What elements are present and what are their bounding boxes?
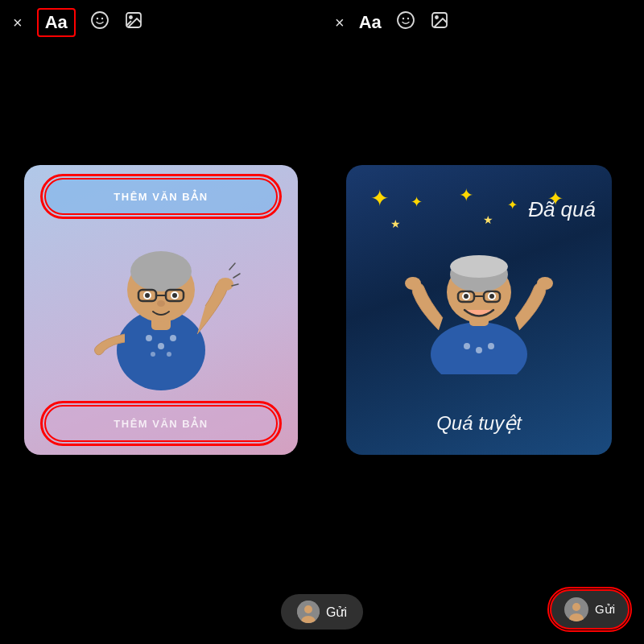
card-right-title: Đã quá — [528, 197, 596, 222]
svg-point-23 — [145, 293, 150, 298]
svg-point-4 — [130, 16, 132, 19]
send-label-right: Gửi — [595, 602, 615, 617]
svg-point-12 — [158, 343, 164, 349]
svg-point-18 — [130, 251, 192, 291]
svg-point-6 — [402, 18, 404, 19]
star-3: ✦ — [459, 185, 473, 206]
send-avatar-right — [564, 597, 588, 621]
svg-point-32 — [464, 343, 470, 349]
send-button-center[interactable]: Gửi — [281, 594, 363, 630]
close-button-left[interactable]: × — [13, 14, 23, 31]
emoji-icon-right[interactable] — [396, 10, 415, 34]
avatar-right — [398, 213, 559, 374]
svg-point-11 — [146, 335, 152, 341]
svg-point-46 — [405, 277, 421, 290]
text-style-button-left[interactable]: Aa — [37, 8, 76, 37]
svg-point-1 — [97, 18, 98, 19]
svg-point-45 — [489, 294, 494, 299]
close-button-right[interactable]: × — [335, 14, 345, 31]
image-icon-right[interactable] — [430, 10, 449, 34]
svg-point-14 — [151, 352, 155, 357]
svg-point-52 — [572, 603, 580, 611]
star-4: ✦ — [507, 197, 518, 213]
svg-point-13 — [170, 335, 176, 341]
add-text-label-top: THÊM VĂN BẢN — [114, 191, 208, 203]
send-button-right[interactable]: Gửi — [550, 589, 630, 630]
svg-point-27 — [217, 278, 233, 291]
svg-point-2 — [101, 18, 103, 19]
svg-point-38 — [450, 255, 508, 278]
svg-point-25 — [172, 293, 177, 298]
top-bar-right: × Aa — [322, 0, 644, 44]
star-1: ✦ — [370, 185, 389, 212]
svg-line-28 — [229, 263, 235, 270]
svg-point-7 — [407, 18, 409, 19]
svg-line-29 — [233, 274, 240, 278]
bottom-bar: Gửi — [0, 594, 644, 630]
svg-point-15 — [167, 352, 171, 357]
svg-point-47 — [537, 277, 553, 290]
add-text-button-bottom[interactable]: THÊM VĂN BẢN — [44, 405, 278, 442]
top-bar-left: × Aa — [0, 0, 322, 44]
card-right-content: ✦ ✦ ✦ ✦ ✦ ★ ★ Đã quá — [346, 165, 612, 455]
svg-point-34 — [488, 343, 494, 349]
avatar-sticker-left — [80, 213, 242, 390]
svg-point-9 — [436, 16, 438, 19]
svg-point-49 — [304, 605, 312, 613]
send-label-center: Gửi — [326, 605, 347, 620]
star-2: ✦ — [411, 193, 423, 211]
add-text-label-bottom: THÊM VĂN BẢN — [114, 418, 208, 430]
card-left: THÊM VĂN BẢN — [24, 165, 298, 455]
svg-point-0 — [92, 12, 108, 28]
add-text-button-top[interactable]: THÊM VĂN BẢN — [44, 178, 278, 215]
text-style-button-right[interactable]: Aa — [359, 12, 382, 33]
svg-point-26 — [157, 300, 165, 307]
svg-point-33 — [476, 347, 482, 353]
svg-point-43 — [464, 294, 469, 299]
card-right-subtitle: Quá tuyệt — [436, 412, 522, 435]
svg-point-5 — [398, 12, 414, 28]
emoji-icon-left[interactable] — [90, 10, 109, 34]
card-right: ✦ ✦ ✦ ✦ ✦ ★ ★ Đã quá — [346, 165, 612, 455]
send-avatar-center — [297, 601, 320, 623]
image-icon-left[interactable] — [124, 10, 143, 34]
